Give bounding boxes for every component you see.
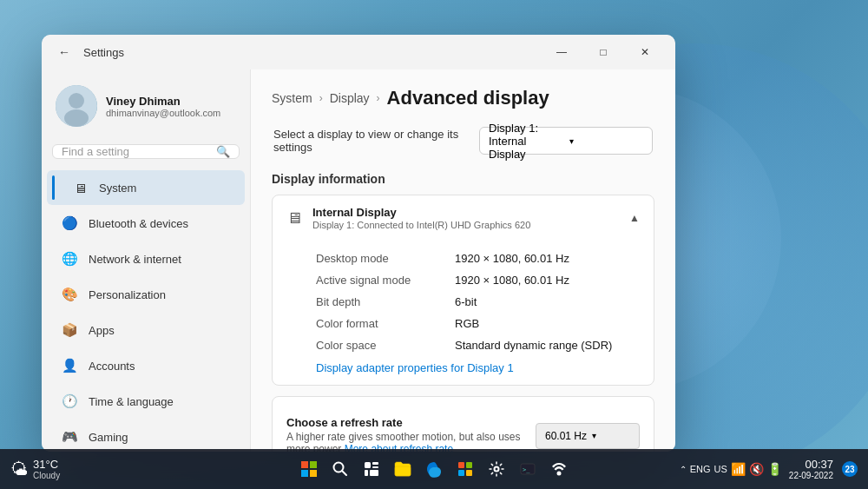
terminal-button[interactable]: >_ [514,455,542,483]
detail-row: Active signal mode 1920 × 1080, 60.01 Hz [316,269,640,291]
back-button[interactable]: ← [52,40,76,64]
svg-rect-18 [466,470,472,476]
taskbar: 🌤 31°C Cloudy [0,449,868,489]
edge-button[interactable] [420,455,448,483]
network-label: Network & internet [89,253,181,266]
settings-window: ← Settings — □ ✕ Viney D [42,35,675,452]
svg-rect-10 [372,462,378,465]
breadcrumb: System › Display › Advanced display [272,87,654,109]
user-email: dhimanvinay@outlook.com [106,108,220,118]
detail-row: Color space Standard dynamic range (SDR) [316,334,640,356]
settings-taskbar-button[interactable] [483,455,510,483]
sidebar-item-network[interactable]: 🌐 Network & internet [47,241,245,276]
gaming-icon: 🎮 [61,428,78,446]
svg-rect-4 [310,461,317,468]
display-selector-label: Select a display to view or change its s… [273,128,479,154]
breadcrumb-display[interactable]: Display [330,91,370,105]
volume-icon[interactable]: 🔇 [749,462,764,476]
sidebar-item-personalization[interactable]: 🎨 Personalization [47,277,245,312]
display-adapter-link[interactable]: Display adapter properties for Display 1 [316,361,640,374]
tray-arrow[interactable]: ⌃ [680,465,687,474]
breadcrumb-sep-1: › [319,92,323,104]
store-button[interactable] [451,455,479,483]
active-indicator [52,175,55,200]
svg-text:>_: >_ [523,466,530,473]
detail-row: Color format RGB [316,313,640,334]
close-button[interactable]: ✕ [625,38,665,66]
time-block[interactable]: 00:37 22-09-2022 [789,458,833,480]
chevron-up-icon: ▲ [629,212,640,224]
breadcrumb-system[interactable]: System [272,91,312,105]
start-button[interactable] [295,455,323,483]
sidebar-item-time[interactable]: 🕐 Time & language [47,384,245,419]
battery-icon[interactable]: 🔋 [767,462,782,476]
detail-label: Desktop mode [316,252,455,265]
search-taskbar-button[interactable] [326,455,354,483]
main-content: System › Display › Advanced display Sele… [250,69,675,452]
sidebar-item-accounts[interactable]: 👤 Accounts [47,348,245,383]
svg-rect-3 [301,461,308,468]
svg-rect-12 [365,470,368,476]
display-title: Internal Display [312,206,530,219]
minimize-button[interactable]: — [542,38,582,66]
display-subtitle: Display 1: Connected to Intel(R) UHD Gra… [312,220,530,230]
refresh-title-group: Choose a refresh rate A higher rate give… [286,416,536,452]
apps-icon: 📦 [61,321,78,339]
svg-point-2 [64,109,89,127]
time-label: Time & language [89,395,174,408]
search-input[interactable] [62,145,209,158]
language-label: ENG [690,464,711,474]
taskbar-center: >_ [295,455,573,483]
bluetooth-label: Bluetooth & devices [89,217,188,230]
avatar [56,85,97,127]
file-explorer-button[interactable] [389,455,417,483]
svg-rect-13 [370,470,378,476]
taskbar-weather: 🌤 31°C Cloudy [10,458,60,480]
chevron-down-icon: ▾ [569,136,643,146]
detail-value: 1920 × 1080, 60.01 Hz [455,252,569,265]
svg-rect-14 [395,466,411,476]
monitor-icon: 🖥 [286,209,302,228]
svg-rect-6 [310,470,317,477]
content-area: Viney Dhiman dhimanvinay@outlook.com 🔍 🖥… [42,69,675,452]
network-icon: 🌐 [61,250,78,268]
svg-rect-17 [458,470,464,476]
display-dropdown[interactable]: Display 1: Internal Display ▾ [479,127,653,155]
breadcrumb-current: Advanced display [387,87,549,109]
detail-value: 6-bit [455,295,477,308]
detail-row: Desktop mode 1920 × 1080, 60.01 Hz [316,248,640,269]
accounts-icon: 👤 [61,357,78,374]
notification-badge[interactable]: 23 [842,461,858,477]
svg-rect-15 [458,462,464,468]
weather-icon: 🌤 [10,459,28,479]
network-button[interactable] [545,455,573,483]
svg-rect-9 [365,462,371,468]
title-bar: ← Settings — □ ✕ [42,35,675,69]
svg-rect-11 [372,466,378,468]
sidebar-item-apps[interactable]: 📦 Apps [47,313,245,347]
section-title: Display information [272,172,654,186]
breadcrumb-sep-2: › [377,92,380,104]
sidebar-item-bluetooth[interactable]: 🔵 Bluetooth & devices [47,206,245,241]
detail-label: Color format [316,317,455,330]
refresh-header-row: Choose a refresh rate A higher rate give… [286,416,640,452]
widgets-button[interactable] [358,455,385,483]
sidebar-item-gaming[interactable]: 🎮 Gaming [47,420,245,452]
sidebar-item-system[interactable]: 🖥 System [47,170,245,205]
display-header-left: 🖥 Internal Display Display 1: Connected … [286,206,530,230]
weather-condition: Cloudy [33,471,60,480]
user-profile[interactable]: Viney Dhiman dhimanvinay@outlook.com [42,78,250,141]
detail-label: Active signal mode [316,274,455,287]
refresh-dropdown[interactable]: 60.01 Hz ▾ [536,423,640,449]
maximize-button[interactable]: □ [583,38,623,66]
search-box[interactable]: 🔍 [52,144,240,159]
region-label: US [714,464,727,474]
svg-line-8 [342,471,346,475]
taskbar-time: 00:37 [789,458,833,471]
display-header[interactable]: 🖥 Internal Display Display 1: Connected … [273,195,654,241]
personalization-icon: 🎨 [61,286,78,303]
gaming-label: Gaming [89,431,128,444]
wifi-icon[interactable]: 📶 [731,462,746,476]
time-icon: 🕐 [61,393,78,410]
detail-value: RGB [455,317,479,330]
